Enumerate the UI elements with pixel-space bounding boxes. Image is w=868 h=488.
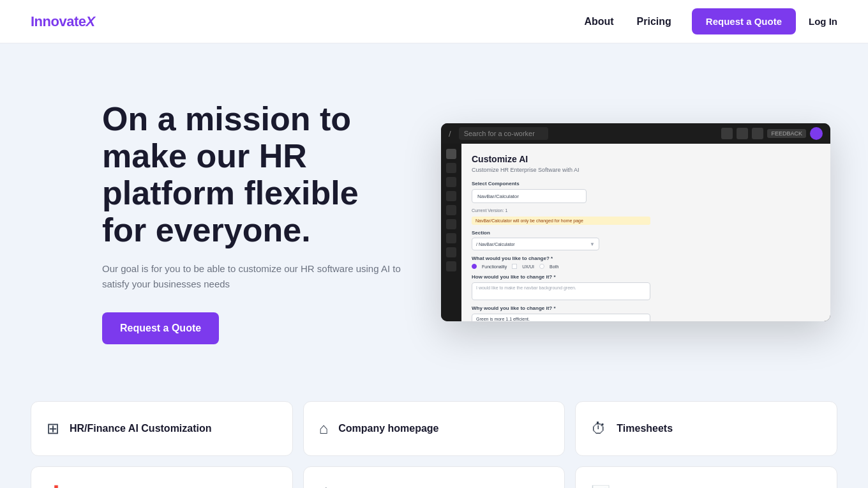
feature-card-2[interactable]: ⏱ Timesheets (575, 401, 837, 456)
hero-cta-button[interactable]: Request a Quote (102, 312, 219, 344)
app-screenshot: / Search for a co-worker FEEDBACK (441, 123, 830, 321)
how-change-label: How would you like to change it? * (472, 274, 820, 280)
radio-uxui-label: UX/UI (522, 264, 534, 269)
app-sidebar (441, 144, 461, 321)
feature-label-1: Company homepage (338, 423, 438, 434)
feedback-label: FEEDBACK (767, 129, 806, 138)
radio-both-label: Both (550, 264, 558, 269)
sidebar-item-8 (446, 247, 456, 257)
section-dropdown[interactable]: / NavBar/Calculator ▼ (472, 238, 599, 250)
radio-group: Functionality UX/UI Both (472, 264, 820, 269)
select-components-dropdown[interactable]: NavBar/Calculator (472, 189, 587, 203)
sidebar-item-9 (446, 261, 456, 271)
app-main: Customize AI Customize HR Enterprise Sof… (461, 144, 830, 321)
home-icon: ⌂ (319, 420, 329, 438)
hero-text-block: On a mission to make our HR platform fle… (102, 100, 408, 345)
topbar-icon-2 (737, 128, 748, 139)
app-search-bar: Search for a co-worker (459, 127, 548, 140)
grid-icon: ⊞ (47, 420, 59, 438)
select-components-label: Select Components (472, 181, 820, 187)
app-topbar: / Search for a co-worker FEEDBACK (441, 123, 830, 144)
section-header: Section (472, 230, 820, 236)
sidebar-item-7 (446, 233, 456, 243)
topbar-right: FEEDBACK (721, 127, 823, 140)
topbar-icon-1 (721, 128, 733, 139)
user-avatar (810, 127, 823, 140)
app-body: Customize AI Customize HR Enterprise Sof… (441, 144, 830, 321)
topbar-icon-3 (752, 128, 763, 139)
feature-card-5[interactable]: 📊 People Analytics (575, 466, 837, 488)
radio-functionality-label: Functionality (482, 264, 507, 269)
why-change-textarea[interactable]: Green is more 1.1 efficient. (472, 314, 650, 321)
hero-image: / Search for a co-worker FEEDBACK (434, 123, 837, 321)
chart-icon: 📊 (591, 485, 610, 488)
feature-card-1[interactable]: ⌂ Company homepage (303, 401, 565, 456)
sidebar-item-1 (446, 149, 456, 159)
feature-card-3[interactable]: 📥 Applicant Tracking System (31, 466, 293, 488)
info-bar: NavBar/Calculator will only be changed f… (472, 217, 650, 225)
brand-logo[interactable]: InnovateX (31, 13, 95, 30)
feature-label-0: HR/Finance AI Customization (70, 423, 212, 434)
inbox-icon: 📥 (47, 485, 66, 488)
how-change-textarea[interactable]: I would like to make the navbar backgrou… (472, 282, 650, 300)
customize-ai-title: Customize AI (472, 154, 820, 164)
sidebar-item-2 (446, 163, 456, 173)
search-placeholder: Search for a co-worker (464, 130, 535, 137)
nav-cta-button[interactable]: Request a Quote (692, 8, 796, 34)
workflow-icon: ⚙ (319, 485, 333, 488)
customize-ai-subtitle: Customize HR Enterprise Software with AI (472, 167, 820, 173)
why-change-label: Why would you like to change it? * (472, 305, 820, 311)
feature-card-0[interactable]: ⊞ HR/Finance AI Customization (31, 401, 293, 456)
hero-subtext: Our goal is for you to be able to custom… (102, 261, 408, 292)
what-change-label: What would you like to change? * (472, 255, 820, 261)
slash-icon: / (449, 129, 451, 139)
sidebar-item-6 (446, 219, 456, 229)
radio-both[interactable] (539, 264, 544, 269)
feature-label-2: Timesheets (617, 423, 673, 434)
radio-functionality[interactable] (472, 264, 477, 269)
sidebar-item-4 (446, 191, 456, 201)
nav-about[interactable]: About (584, 16, 613, 27)
nav-login-link[interactable]: Log In (809, 16, 837, 27)
navbar: InnovateX About Pricing Request a Quote … (0, 0, 868, 43)
sidebar-item-3 (446, 177, 456, 187)
nav-pricing[interactable]: Pricing (637, 16, 671, 27)
hero-heading: On a mission to make our HR platform fle… (102, 100, 408, 249)
features-grid: ⊞ HR/Finance AI Customization ⌂ Company … (0, 388, 868, 488)
radio-uxui[interactable] (512, 264, 517, 269)
hero-section: On a mission to make our HR platform fle… (0, 43, 868, 388)
feature-card-4[interactable]: ⚙ Automated Workflow (303, 466, 565, 488)
nav-links: About Pricing (584, 16, 671, 27)
current-version: Current Version: 1 (472, 208, 820, 213)
sidebar-item-5 (446, 205, 456, 215)
clock-icon: ⏱ (591, 420, 606, 438)
